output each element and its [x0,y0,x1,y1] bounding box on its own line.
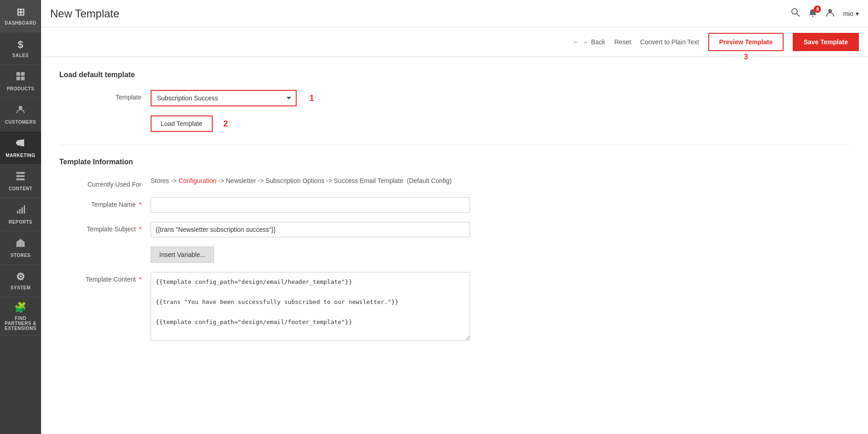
template-subject-label: Template Subject * [59,222,151,233]
sidebar-item-customers[interactable]: CUSTOMERS [0,98,41,131]
action-toolbar: ← ← Back Reset Convert to Plain Text Pre… [41,27,868,57]
annotation-3: 3 [744,53,748,61]
marketing-icon [16,138,26,151]
products-icon [16,71,26,84]
svg-rect-13 [24,205,25,214]
template-content-label: Template Content * [59,272,151,283]
reset-button[interactable]: Reset [614,38,631,46]
main-content: New Template 8 mio ▾ ← ← Back Reset [41,0,868,434]
convert-label: Convert to Plain Text [640,38,699,46]
user-icon[interactable] [826,8,835,19]
template-name-row: Template Name * [59,197,850,213]
page-title: New Template [50,7,120,20]
svg-rect-9 [16,178,25,180]
template-row: Template Subscription Success Subscripti… [59,90,850,106]
svg-rect-8 [16,175,25,177]
user-menu[interactable]: mio ▾ [843,10,859,17]
sidebar-item-products[interactable]: PRODUCTS [0,65,41,98]
sidebar-item-marketing[interactable]: MARKETING [0,131,41,165]
svg-rect-14 [16,242,25,247]
template-name-input[interactable] [151,197,470,213]
notification-count: 8 [814,5,821,13]
topbar: New Template 8 mio ▾ [41,0,868,27]
page-content: Load default template Template Subscript… [41,57,868,434]
sidebar-item-dashboard[interactable]: ⊞ DASHBOARD [0,0,41,32]
insert-variable-wrap: Insert Variable... [151,246,470,263]
load-button-wrap: Load Template 2 [151,115,470,132]
sidebar-item-label: STORES [10,253,31,258]
search-icon[interactable] [791,8,800,19]
svg-rect-6 [16,142,18,144]
insert-variable-button[interactable]: Insert Variable... [151,246,214,263]
svg-rect-7 [16,172,25,174]
template-control-wrap: Subscription Success Subscription Confir… [151,90,470,106]
back-arrow-icon: ← [572,38,579,46]
template-content-wrap [151,272,470,342]
back-button[interactable]: ← ← Back [572,38,605,46]
svg-point-16 [792,9,797,14]
preview-template-button[interactable]: Preview Template [708,33,784,51]
sidebar-item-label: SALES [12,53,29,58]
sidebar-item-sales[interactable]: $ SALES [0,32,41,65]
sidebar-item-label: DASHBOARD [5,21,37,26]
topbar-actions: 8 mio ▾ [791,8,859,19]
load-section: Load default template Template Subscript… [59,71,850,132]
sidebar-item-find-partners[interactable]: 🧩 FIND PARTNERS & EXTENSIONS [0,297,41,336]
svg-point-4 [19,106,22,110]
load-button-spacer [59,115,151,119]
sidebar-item-stores[interactable]: STORES [0,231,41,265]
svg-rect-12 [21,207,23,214]
sidebar-item-label: CONTENT [9,186,32,191]
reset-label: Reset [614,38,631,46]
sidebar-item-label: MARKETING [5,153,35,158]
template-name-label: Template Name * [59,197,151,208]
template-select-wrap: Subscription Success Subscription Confir… [151,90,470,106]
stores-icon [16,238,26,251]
reports-icon [16,204,26,217]
notification-bell[interactable]: 8 [808,8,817,19]
svg-point-19 [828,9,832,13]
svg-rect-10 [17,211,18,214]
template-content-row: Template Content * [59,272,850,342]
save-label: Save Template [804,38,848,46]
info-section: Template Information Currently Used For … [59,158,850,342]
sidebar-item-system[interactable]: ⚙ SYSTEM [0,265,41,297]
load-button-row: Load Template 2 [59,115,850,132]
convert-to-plain-text-button[interactable]: Convert to Plain Text [640,38,699,46]
sidebar: ⊞ DASHBOARD $ SALES PRODUCTS CUSTOMERS M… [0,0,41,434]
currently-used-for-row: Currently Used For Stores -> Configurati… [59,177,850,188]
template-subject-input[interactable] [151,222,470,237]
sales-icon: $ [18,39,24,51]
template-content-required: * [139,276,141,283]
sidebar-item-label: PRODUCTS [7,86,34,91]
svg-point-18 [812,16,814,17]
currently-used-for-text: Stores -> Configuration -> Newsletter ->… [151,173,452,184]
template-subject-wrap [151,222,470,237]
svg-rect-2 [16,77,20,80]
configuration-link[interactable]: Configuration [178,177,216,184]
template-name-required: * [139,201,141,208]
template-subject-row: Template Subject * [59,222,850,237]
template-name-wrap [151,197,470,213]
template-content-input[interactable] [151,272,470,340]
sidebar-item-content[interactable]: CONTENT [0,165,41,198]
find-partners-icon: 🧩 [14,302,27,314]
svg-rect-1 [21,72,25,76]
sidebar-item-label: CUSTOMERS [5,120,36,125]
info-section-title: Template Information [59,158,850,166]
load-template-button[interactable]: Load Template [151,115,213,132]
sidebar-item-reports[interactable]: REPORTS [0,198,41,231]
template-select[interactable]: Subscription Success Subscription Confir… [151,90,297,106]
annotation-1: 1 [309,94,314,103]
svg-marker-15 [16,239,25,242]
preview-label: Preview Template [719,38,773,46]
template-subject-required: * [139,225,141,233]
section-divider [59,145,850,145]
system-icon: ⚙ [16,271,26,283]
svg-marker-5 [17,139,24,146]
save-template-button[interactable]: Save Template [793,33,859,51]
svg-rect-0 [16,72,20,76]
annotation-2: 2 [224,119,228,129]
content-icon [16,171,26,184]
dashboard-icon: ⊞ [16,6,25,18]
